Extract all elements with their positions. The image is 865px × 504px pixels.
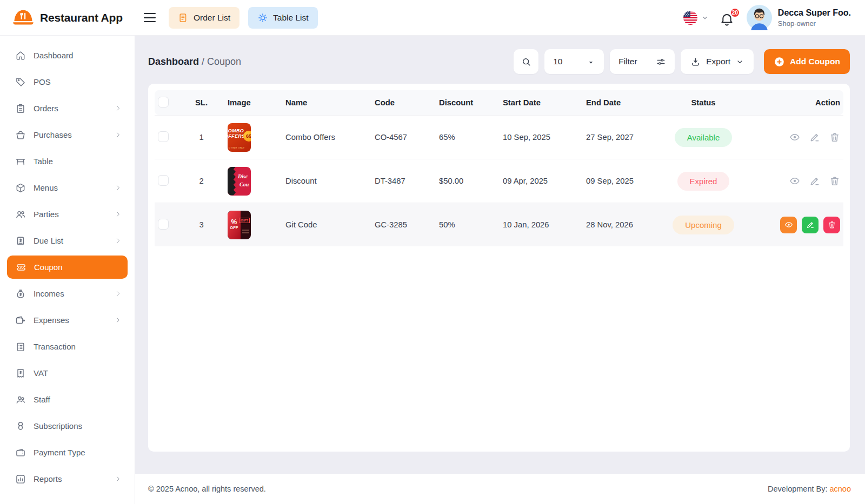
caret-down-icon <box>587 57 595 66</box>
chevron-right-icon <box>115 105 122 112</box>
coupon-image: DiscCou <box>228 167 251 196</box>
view-button[interactable] <box>780 217 797 233</box>
page-footer: © 2025 Acnoo, all rights reserved. Devel… <box>135 474 865 504</box>
incomes-icon <box>15 288 26 299</box>
sidebar-item-purchases[interactable]: Purchases <box>0 122 135 148</box>
header-status: Status <box>662 98 748 107</box>
header-name: Name <box>285 98 375 107</box>
table-list-button[interactable]: Table List <box>248 7 317 29</box>
vat-icon <box>15 368 26 379</box>
edit-button[interactable] <box>802 217 819 233</box>
menu-toggle-button[interactable] <box>144 10 160 26</box>
sidebar-item-coupon[interactable]: Coupon <box>7 256 128 279</box>
language-selector[interactable] <box>683 10 709 25</box>
chevron-right-icon <box>115 317 122 324</box>
due-list-icon <box>15 236 26 246</box>
orders-icon <box>15 103 26 114</box>
cell-end-date: 28 Nov, 2026 <box>586 220 662 229</box>
table-toolbar: 10 Filter <box>514 49 850 74</box>
search-button[interactable] <box>514 49 538 74</box>
plus-circle-icon <box>774 56 785 68</box>
sidebar-item-menus[interactable]: Menus <box>0 174 135 201</box>
header-discount: Discount <box>439 98 503 107</box>
coupon-table-card: SL. Image Name Code Discount Start Date … <box>148 84 850 452</box>
cell-name: Combo Offers <box>285 133 375 142</box>
select-all-checkbox[interactable] <box>158 97 169 107</box>
chevron-right-icon <box>115 237 122 244</box>
sidebar-item-pos[interactable]: POS <box>0 69 135 95</box>
sidebar-item-subscriptions[interactable]: Subscriptions <box>0 413 135 439</box>
add-coupon-button[interactable]: Add Coupon <box>764 49 850 74</box>
delete-button[interactable] <box>823 217 840 233</box>
user-menu[interactable]: Decca Super Foo. Shop-owner <box>747 5 851 30</box>
transaction-icon <box>15 341 26 352</box>
cell-start-date: 10 Jan, 2026 <box>503 220 586 229</box>
cell-serial: 3 <box>178 220 228 229</box>
pos-tag-icon <box>15 77 26 88</box>
export-button[interactable]: Export <box>681 49 754 74</box>
cell-start-date: 10 Sep, 2025 <box>503 133 586 142</box>
cell-serial: 1 <box>178 133 228 142</box>
sidebar-item-transaction[interactable]: Transaction <box>0 333 135 360</box>
us-flag-icon <box>683 10 698 25</box>
chevron-right-icon <box>115 290 122 297</box>
trash-icon <box>828 220 836 229</box>
row-checkbox[interactable] <box>158 131 169 142</box>
user-role: Shop-owner <box>778 19 851 28</box>
sidebar-item-vat[interactable]: VAT <box>0 360 135 386</box>
sidebar-item-orders[interactable]: Orders <box>0 95 135 122</box>
view-button[interactable] <box>789 176 800 186</box>
notifications-button[interactable]: 20 <box>720 9 736 26</box>
sidebar-item-due-list[interactable]: Due List <box>0 227 135 254</box>
invoice-icon <box>178 12 189 23</box>
cell-discount: 65% <box>439 133 503 142</box>
sidebar-item-expenses[interactable]: Expenses <box>0 307 135 333</box>
breadcrumb: Dashboard / Coupon <box>148 56 241 68</box>
table-row: 1 COMBOOFFERS65D TIME ONLY Combo Offers … <box>155 115 843 159</box>
purchases-icon <box>15 130 26 140</box>
developer-credit: Development By:acnoo <box>768 485 851 493</box>
home-icon <box>15 50 26 61</box>
trash-icon <box>829 176 840 186</box>
sidebar-item-payment-type[interactable]: Payment Type <box>0 439 135 466</box>
delete-button[interactable] <box>829 176 840 186</box>
sidebar-item-reports[interactable]: Reports <box>0 466 135 492</box>
table-row: 2 DiscCou Discount DT-3487 $50.00 09 Apr… <box>155 159 843 203</box>
edit-icon <box>809 132 820 143</box>
cell-end-date: 27 Sep, 2027 <box>586 133 662 142</box>
eye-icon <box>789 132 800 143</box>
top-bar: Restaurant App Order List Table List <box>0 0 865 36</box>
edit-button[interactable] <box>809 176 820 186</box>
trash-icon <box>829 132 840 143</box>
header-code: Code <box>375 98 439 107</box>
sliders-icon <box>656 57 666 67</box>
page-size-select[interactable]: 10 <box>544 49 604 74</box>
sidebar-item-staff[interactable]: Staff <box>0 386 135 413</box>
status-badge: Available <box>675 128 733 147</box>
sidebar-item-dashboard[interactable]: Dashboard <box>0 42 135 69</box>
notification-count-badge: 20 <box>730 8 740 18</box>
chevron-right-icon <box>115 211 122 218</box>
table-body: 1 COMBOOFFERS65D TIME ONLY Combo Offers … <box>155 115 843 246</box>
delete-button[interactable] <box>829 132 840 143</box>
copyright-text: © 2025 Acnoo, all rights reserved. <box>148 485 266 493</box>
edit-button[interactable] <box>809 132 820 143</box>
sidebar-nav: DashboardPOSOrdersPurchasesTableMenusPar… <box>0 36 135 504</box>
cell-start-date: 09 Apr, 2025 <box>503 177 586 185</box>
eye-icon <box>784 220 793 229</box>
sidebar-item-parties[interactable]: Parties <box>0 201 135 227</box>
row-checkbox[interactable] <box>158 219 169 230</box>
acnoo-link[interactable]: acnoo <box>829 485 851 493</box>
sidebar-item-incomes[interactable]: Incomes <box>0 280 135 307</box>
sidebar-item-table[interactable]: Table <box>0 148 135 174</box>
row-checkbox[interactable] <box>158 175 169 186</box>
header-start-date: Start Date <box>503 98 586 107</box>
round-table-icon <box>257 12 268 23</box>
avatar <box>747 5 772 30</box>
breadcrumb-parent[interactable]: Dashboard <box>148 56 199 67</box>
view-button[interactable] <box>789 132 800 143</box>
filter-button[interactable]: Filter <box>610 49 675 74</box>
cell-code: DT-3487 <box>375 177 439 185</box>
cell-code: CO-4567 <box>375 133 439 142</box>
order-list-button[interactable]: Order List <box>169 7 239 29</box>
